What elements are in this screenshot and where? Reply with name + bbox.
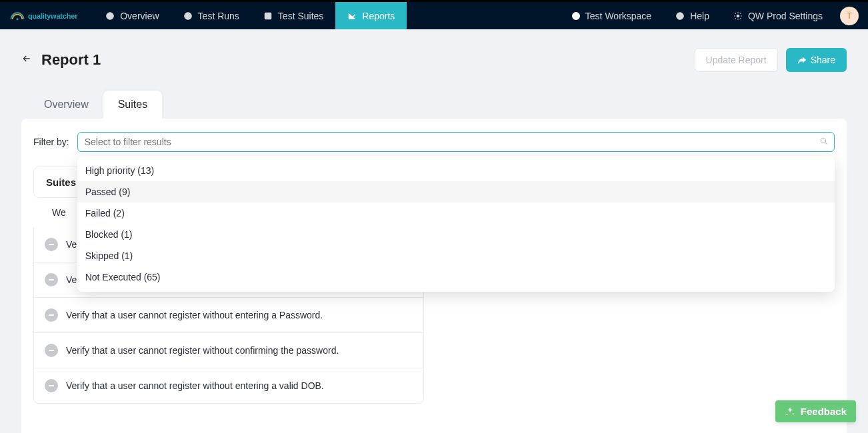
nav-reports[interactable]: Reports	[335, 2, 407, 29]
svg-point-7	[821, 138, 826, 143]
svg-point-5	[680, 17, 681, 18]
nav-workspace-label: Test Workspace	[585, 11, 651, 21]
nav-test-runs[interactable]: Test Runs	[171, 2, 251, 29]
svg-point-0	[17, 18, 19, 20]
feedback-label: Feedback	[801, 406, 847, 417]
svg-point-6	[737, 15, 739, 17]
filter-option-failed[interactable]: Failed (2)	[77, 203, 835, 224]
nav-overview[interactable]: Overview	[93, 2, 171, 29]
share-label: Share	[811, 55, 835, 65]
filter-option-skipped[interactable]: Skipped (1)	[77, 245, 835, 266]
feedback-button[interactable]: Feedback	[775, 400, 856, 422]
nav-help-label: Help	[690, 11, 709, 21]
case-row[interactable]: Verify that a user cannot register witho…	[34, 332, 423, 368]
nav-test-suites-label: Test Suites	[278, 11, 323, 21]
back-arrow-icon[interactable]	[21, 53, 32, 67]
case-row[interactable]: Verify that a user cannot register witho…	[34, 297, 423, 332]
top-navbar: qualitywatcher Overview Test Runs Test S…	[0, 0, 868, 29]
status-not-executed-icon	[45, 308, 58, 322]
page-title: Report 1	[41, 51, 101, 69]
page-header: Report 1 Update Report Share	[21, 48, 847, 72]
suites-icon	[263, 11, 273, 21]
filter-dropdown: High priority (13) Passed (9) Failed (2)…	[77, 156, 835, 292]
nav-workspace[interactable]: Test Workspace	[560, 11, 663, 21]
pie-icon	[105, 11, 115, 21]
suites-panel: Filter by: High priority (13) Passed (9)…	[21, 119, 847, 433]
filter-option-not-executed[interactable]: Not Executed (65)	[77, 266, 835, 288]
status-not-executed-icon	[45, 344, 58, 357]
nav-settings-label: QW Prod Settings	[748, 11, 823, 21]
search-icon	[819, 137, 828, 147]
svg-rect-3	[265, 13, 271, 19]
help-icon	[675, 11, 685, 21]
sparkle-icon	[785, 406, 795, 417]
runs-icon	[183, 11, 193, 21]
filter-label: Filter by:	[33, 137, 69, 147]
nav-test-runs-label: Test Runs	[198, 11, 239, 21]
case-row[interactable]: Verify that a user cannot register witho…	[34, 368, 423, 403]
filter-option-high-priority[interactable]: High priority (13)	[77, 160, 835, 181]
filter-input[interactable]	[77, 132, 835, 152]
update-report-label: Update Report	[706, 55, 767, 65]
nav-test-suites[interactable]: Test Suites	[251, 2, 335, 29]
share-icon	[797, 55, 807, 65]
logo-text: qualitywatcher	[28, 12, 77, 20]
page-body: Report 1 Update Report Share Overview Su…	[0, 29, 868, 433]
case-text: Verify that a user cannot register witho…	[66, 380, 324, 391]
nav-overview-label: Overview	[120, 11, 159, 21]
filter-select[interactable]: High priority (13) Passed (9) Failed (2)…	[77, 132, 835, 152]
update-report-button[interactable]: Update Report	[695, 48, 778, 72]
case-text: Verify that a user cannot register witho…	[66, 310, 323, 320]
nav-settings[interactable]: QW Prod Settings	[721, 11, 835, 21]
nav-primary: Overview Test Runs Test Suites Reports	[93, 2, 407, 29]
status-not-executed-icon	[45, 238, 58, 251]
logo[interactable]: qualitywatcher	[9, 10, 77, 22]
tab-overview[interactable]: Overview	[29, 91, 103, 119]
tab-suites[interactable]: Suites	[103, 91, 162, 119]
reports-icon	[347, 11, 357, 21]
avatar-initial: T	[847, 11, 852, 21]
header-actions: Update Report Share	[695, 48, 847, 72]
status-not-executed-icon	[45, 379, 58, 392]
logo-icon	[9, 10, 25, 22]
filter-option-blocked[interactable]: Blocked (1)	[77, 224, 835, 245]
share-button[interactable]: Share	[786, 48, 847, 72]
case-text: Verify that a user cannot register witho…	[66, 345, 339, 356]
workspace-dot-icon	[572, 12, 580, 20]
nav-right: Test Workspace Help QW Prod Settings T	[560, 2, 868, 29]
filter-row: Filter by: High priority (13) Passed (9)…	[31, 132, 837, 152]
tab-suites-label: Suites	[118, 99, 147, 110]
tab-overview-label: Overview	[44, 99, 89, 110]
nav-help[interactable]: Help	[663, 11, 721, 21]
tabs: Overview Suites	[21, 91, 847, 119]
avatar[interactable]: T	[840, 7, 859, 25]
filter-option-passed[interactable]: Passed (9)	[77, 181, 835, 203]
gear-icon	[733, 11, 743, 21]
nav-reports-label: Reports	[362, 11, 395, 21]
status-not-executed-icon	[45, 273, 58, 286]
